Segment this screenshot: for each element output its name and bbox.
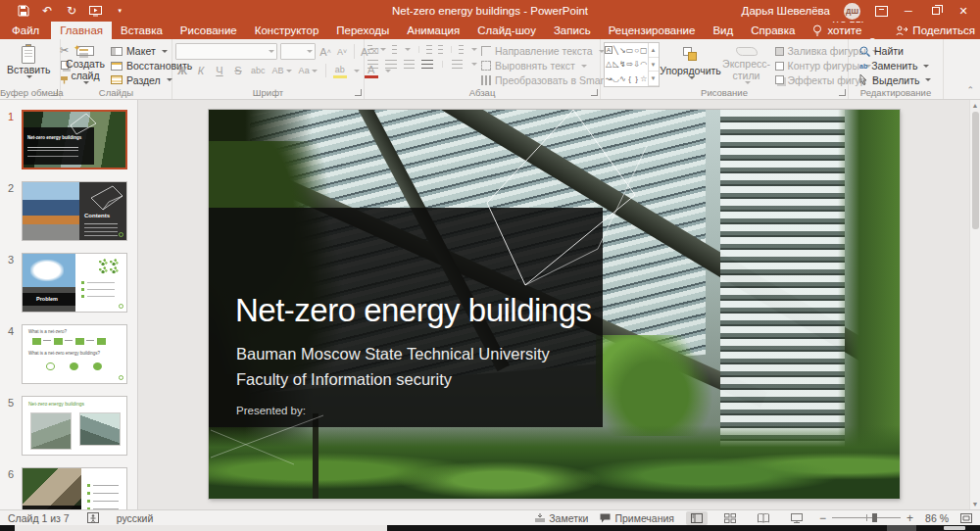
notes-button[interactable]: Заметки — [535, 512, 588, 524]
collapse-ribbon-icon[interactable]: ⌃ — [966, 85, 974, 95]
slideshow-view-button[interactable] — [786, 511, 808, 525]
taskbar-tray-segment[interactable] — [887, 525, 916, 531]
shape-down-arrow-icon[interactable]: ⇩ — [633, 60, 640, 69]
slide-sorter-view-button[interactable] — [719, 511, 741, 525]
columns-icon[interactable] — [452, 60, 463, 69]
tab-review[interactable]: Рецензирование — [600, 22, 705, 39]
accessibility-icon[interactable] — [87, 512, 99, 523]
tab-slideshow[interactable]: Слайд-шоу — [468, 22, 545, 39]
shapes-more-icon[interactable]: ▼ — [649, 72, 659, 86]
tab-home[interactable]: Главная — [51, 22, 112, 39]
shape-rectangle-icon[interactable]: ▭ — [626, 46, 634, 55]
shape-pie-icon[interactable]: ◠ — [640, 60, 647, 69]
tab-insert[interactable]: Вставка — [112, 22, 172, 39]
reading-view-button[interactable] — [753, 511, 774, 525]
tell-me-box[interactable]: Что вы хотите сделать? — [804, 22, 884, 39]
shape-textbox-icon[interactable]: A — [605, 46, 612, 54]
shapes-scroll-up-icon[interactable]: ▲ — [649, 43, 659, 58]
language-indicator[interactable]: русский — [117, 512, 154, 524]
tab-record[interactable]: Запись — [545, 22, 600, 39]
paragraph-dialog-launcher[interactable] — [591, 89, 598, 96]
shape-right-triangle-icon[interactable]: ◺ — [612, 60, 618, 69]
paste-button[interactable]: Вставить — [3, 42, 55, 86]
zoom-slider-track[interactable] — [832, 517, 901, 518]
slide-canvas[interactable]: Net-zero energy buildings Bauman Moscow … — [209, 110, 900, 499]
line-spacing-icon[interactable] — [459, 45, 464, 54]
comments-button[interactable]: Примечания — [600, 512, 674, 524]
thumbnail-slide-4[interactable]: What is a net-zero? What is a net-zero e… — [22, 324, 127, 384]
scroll-down-arrow-icon[interactable]: ▼ — [972, 501, 979, 509]
zoom-slider-thumb[interactable] — [872, 513, 877, 522]
underline-button[interactable]: Ч — [213, 63, 226, 78]
clipboard-dialog-launcher[interactable] — [51, 89, 58, 96]
shape-arrow-icon[interactable]: ↘ — [619, 46, 626, 55]
replace-button[interactable]: ab Заменить — [858, 60, 933, 72]
strikethrough-button[interactable]: S — [231, 63, 245, 78]
restore-button[interactable] — [929, 4, 943, 18]
quick-styles-button[interactable]: Экспресс-стили — [722, 42, 771, 86]
justify-icon[interactable] — [421, 60, 432, 69]
tab-design[interactable]: Конструктор — [246, 22, 328, 39]
align-right-icon[interactable] — [404, 60, 415, 69]
vertical-scrollbar[interactable]: ▲ ▼ — [969, 100, 980, 509]
shape-zigzag-icon[interactable]: ↯ — [619, 60, 626, 69]
shape-curve-icon[interactable]: ∿ — [619, 74, 626, 83]
tab-transitions[interactable]: Переходы — [327, 22, 398, 39]
shape-arc-icon[interactable]: ◡ — [612, 74, 619, 83]
tab-draw[interactable]: Рисование — [172, 22, 246, 39]
align-left-icon[interactable] — [368, 60, 378, 69]
normal-view-button[interactable] — [686, 511, 708, 525]
tab-help[interactable]: Справка — [742, 22, 804, 39]
redo-icon[interactable]: ↻ — [64, 3, 79, 19]
font-size-combo[interactable] — [280, 43, 316, 60]
font-dialog-launcher[interactable] — [355, 89, 362, 96]
text-shadow-button[interactable]: abc — [250, 63, 267, 78]
zoom-in-icon[interactable]: + — [906, 511, 913, 525]
taskbar-window-segment[interactable] — [15, 525, 387, 531]
decrease-font-icon[interactable]: А˅ — [335, 44, 349, 60]
italic-button[interactable]: К — [194, 63, 208, 78]
font-name-combo[interactable] — [175, 43, 277, 60]
shapes-gallery[interactable]: A ╲ ↘ ▭ ○ ▢ △ ◺ ↯ ⇨ ⇩ ◠ ↝ ◡ ∿ { } — [604, 42, 660, 87]
thumbnail-slide-3[interactable]: Problem — [22, 253, 127, 313]
thumbnail-slide-1[interactable]: Net-zero energy buildings — [22, 110, 127, 169]
undo-icon[interactable]: ↶ — [40, 3, 56, 19]
share-button[interactable]: Поделиться — [884, 22, 980, 39]
highlight-color-button[interactable]: ab — [333, 63, 347, 78]
close-button[interactable]: ✕ — [956, 4, 970, 18]
thumbnail-slide-6[interactable]: Conclusions — [22, 467, 127, 509]
shape-star-icon[interactable]: ☆ — [640, 74, 647, 83]
start-slideshow-icon[interactable] — [88, 3, 104, 19]
numbering-icon[interactable] — [392, 45, 397, 54]
arrange-button[interactable]: Упорядочить — [662, 42, 720, 86]
find-button[interactable]: Найти — [858, 45, 933, 58]
tab-view[interactable]: Вид — [704, 22, 742, 39]
increase-indent-icon[interactable] — [438, 45, 443, 54]
scroll-up-arrow-icon[interactable]: ▲ — [972, 100, 979, 109]
drawing-dialog-launcher[interactable] — [839, 89, 846, 96]
shape-rounded-rectangle-icon[interactable]: ▢ — [640, 46, 648, 55]
avatar[interactable]: ДШ — [844, 3, 860, 20]
thumbnail-slide-5[interactable]: Net-zero energy buildings — [22, 396, 127, 456]
increase-font-icon[interactable]: А˄ — [318, 44, 332, 60]
slide-counter[interactable]: Слайд 1 из 7 — [8, 512, 70, 524]
thumbnail-slide-2[interactable]: Contents — [22, 181, 127, 241]
scrollbar-thumb[interactable] — [972, 112, 979, 229]
shape-triangle-icon[interactable]: △ — [606, 60, 612, 69]
character-spacing-button[interactable]: АВ — [271, 63, 293, 78]
zoom-out-icon[interactable]: − — [819, 511, 826, 525]
shape-freeform-icon[interactable]: ↝ — [606, 74, 612, 83]
ribbon-display-options-icon[interactable] — [874, 4, 888, 18]
shape-oval-icon[interactable]: ○ — [634, 46, 639, 55]
customize-qat-icon[interactable]: ▾ — [112, 3, 127, 19]
shape-right-arrow-icon[interactable]: ⇨ — [626, 60, 633, 69]
shape-line-icon[interactable]: ╲ — [613, 46, 618, 55]
minimize-button[interactable]: ─ — [902, 4, 915, 18]
tab-file[interactable]: Файл — [0, 22, 51, 39]
align-center-icon[interactable] — [385, 60, 396, 69]
shape-right-brace-icon[interactable]: } — [635, 74, 638, 83]
change-case-button[interactable]: Аа — [298, 63, 318, 78]
bold-button[interactable]: Ж — [175, 63, 189, 78]
save-icon[interactable] — [16, 3, 31, 19]
new-slide-button[interactable]: ✦ Создать слайд — [64, 42, 107, 86]
